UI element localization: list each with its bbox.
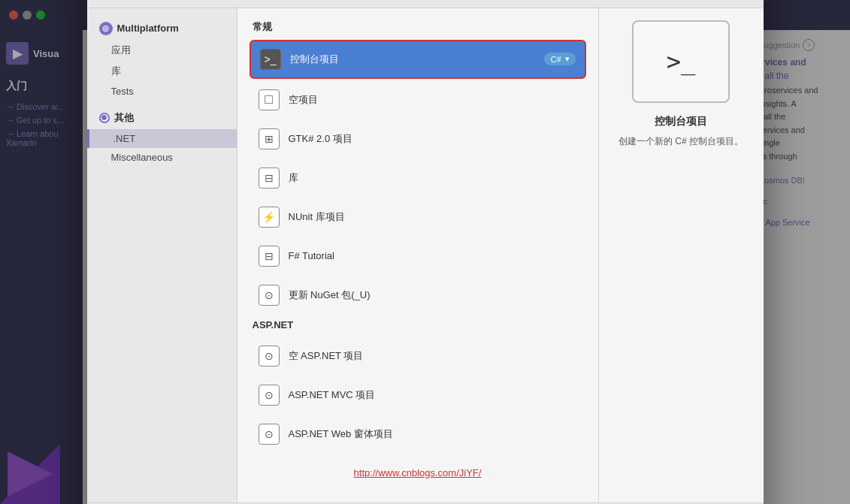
template-aspnet-empty[interactable]: ⊙ 空 ASP.NET 项目 bbox=[250, 338, 586, 374]
gtk-icon: ⊞ bbox=[259, 128, 280, 149]
template-library[interactable]: ⊟ 库 bbox=[250, 160, 586, 196]
aspnet-empty-icon: ⊙ bbox=[259, 346, 280, 367]
aspnet-web-icon: ⊙ bbox=[259, 424, 280, 445]
preview-terminal-icon: >_ bbox=[667, 47, 696, 76]
sidebar-group-other-header: 其他 bbox=[87, 107, 237, 129]
library-icon: ⊟ bbox=[259, 167, 280, 189]
console-icon: >_ bbox=[260, 49, 281, 70]
lang-dropdown-icon: ▾ bbox=[565, 54, 570, 64]
other-label: 其他 bbox=[114, 111, 134, 125]
gtk-name: GTK# 2.0 项目 bbox=[289, 132, 577, 146]
fsharp-icon: ⊟ bbox=[259, 246, 280, 267]
library-name: 库 bbox=[289, 171, 577, 185]
sidebar-item-dotnet[interactable]: .NET bbox=[87, 129, 237, 148]
new-project-dialog: 为新项目选择一个模板 ◎ Multiplatform 应用 库 Tests bbox=[87, 0, 764, 504]
template-nunit[interactable]: ⚡ NUnit 库项目 bbox=[250, 199, 586, 235]
nunit-icon: ⚡ bbox=[259, 207, 280, 228]
lang-label: C# bbox=[550, 55, 561, 64]
aspnet-web-name: ASP.NET Web 窗体项目 bbox=[289, 427, 577, 441]
fsharp-name: F# Tutorial bbox=[289, 250, 577, 261]
empty-name: 空项目 bbox=[289, 93, 577, 107]
lang-badge-csharp[interactable]: C# ▾ bbox=[544, 53, 575, 65]
template-aspnet-mvc[interactable]: ⊙ ASP.NET MVC 项目 bbox=[250, 377, 586, 413]
sidebar-group-multiplatform: ◎ Multiplatform 应用 库 Tests bbox=[87, 17, 237, 101]
template-sidebar: ◎ Multiplatform 应用 库 Tests 其他 .NET Misce… bbox=[87, 8, 237, 502]
template-console[interactable]: >_ 控制台项目 C# ▾ bbox=[250, 40, 586, 79]
template-gtk[interactable]: ⊞ GTK# 2.0 项目 bbox=[250, 121, 586, 157]
nuget-icon: ⊙ bbox=[259, 285, 280, 306]
aspnet-empty-name: 空 ASP.NET 项目 bbox=[289, 349, 577, 363]
empty-icon: □ bbox=[259, 89, 280, 110]
multiplatform-label: Multiplatform bbox=[117, 23, 179, 34]
dialog-body: ◎ Multiplatform 应用 库 Tests 其他 .NET Misce… bbox=[87, 8, 764, 502]
preview-panel: >_ 控制台项目 创建一个新的 C# 控制台项目。 bbox=[598, 8, 764, 502]
modal-overlay: 为新项目选择一个模板 ◎ Multiplatform 应用 库 Tests bbox=[0, 0, 850, 504]
dialog-header: 为新项目选择一个模板 bbox=[87, 0, 764, 8]
template-nuget[interactable]: ⊙ 更新 NuGet 包(_U) bbox=[250, 277, 586, 313]
sidebar-item-miscellaneous[interactable]: Miscellaneous bbox=[87, 148, 237, 167]
preview-description: 创建一个新的 C# 控制台项目。 bbox=[619, 134, 743, 148]
nuget-name: 更新 NuGet 包(_U) bbox=[289, 288, 577, 302]
sidebar-group-multiplatform-header: ◎ Multiplatform bbox=[87, 17, 237, 40]
sidebar-item-app[interactable]: 应用 bbox=[87, 40, 237, 61]
sidebar-item-library[interactable]: 库 bbox=[87, 61, 237, 82]
nunit-name: NUnit 库项目 bbox=[289, 210, 577, 224]
multiplatform-icon: ◎ bbox=[99, 22, 113, 35]
template-fsharp[interactable]: ⊟ F# Tutorial bbox=[250, 238, 586, 274]
preview-icon-box: >_ bbox=[632, 20, 730, 103]
general-section-header: 常规 bbox=[250, 20, 586, 34]
template-empty[interactable]: □ 空项目 bbox=[250, 82, 586, 118]
template-aspnet-web[interactable]: ⊙ ASP.NET Web 窗体项目 bbox=[250, 416, 586, 452]
aspnet-section-header: ASP.NET bbox=[250, 316, 586, 333]
aspnet-mvc-icon: ⊙ bbox=[259, 385, 280, 406]
preview-title: 控制台项目 bbox=[655, 115, 707, 128]
aspnet-mvc-name: ASP.NET MVC 项目 bbox=[289, 388, 577, 402]
other-radio bbox=[99, 113, 110, 123]
sidebar-group-other: 其他 .NET Miscellaneous bbox=[87, 107, 237, 167]
console-name: 控制台项目 bbox=[290, 53, 536, 66]
template-list-panel: 常规 >_ 控制台项目 C# ▾ □ 空项目 ⊞ bbox=[237, 8, 598, 502]
sidebar-item-tests[interactable]: Tests bbox=[87, 82, 237, 101]
blog-link[interactable]: http://www.cnblogs.com/JiYF/ bbox=[250, 455, 586, 490]
